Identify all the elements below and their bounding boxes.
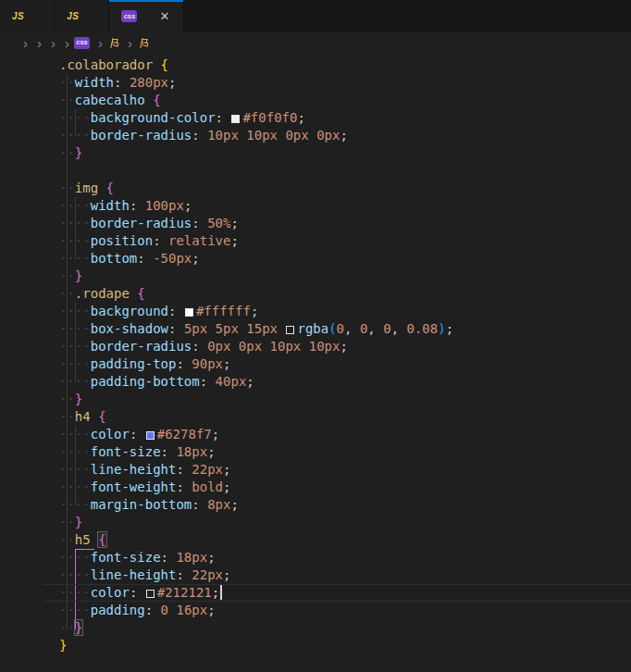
- text-cursor: [220, 585, 222, 600]
- code-line[interactable]: ····padding-top: 90px;: [0, 355, 631, 373]
- code-token: margin-bottom: [91, 497, 192, 512]
- code-line[interactable]: ····line-height: 22px;: [0, 566, 631, 584]
- code-token: :: [130, 585, 145, 600]
- code-line[interactable]: ····padding-bottom: 40px;: [0, 373, 631, 391]
- breadcrumb-item-colaborador[interactable]: [107, 37, 123, 49]
- code-line[interactable]: ····font-size: 18px;: [0, 443, 631, 461]
- code-editor[interactable]: .colaborador {··width: 280px;··cabecalho…: [0, 53, 631, 672]
- chevron-right-icon: ›: [65, 36, 69, 50]
- code-line[interactable]: ····font-weight: bold;: [0, 479, 631, 496]
- code-line[interactable]: ····color: #212121;: [0, 584, 631, 602]
- code-line-content: ····line-height: 22px;: [43, 566, 631, 584]
- code-line[interactable]: ··}: [0, 514, 631, 531]
- code-token: .rodape: [75, 286, 130, 301]
- code-line-content: ····padding: 0 16px;: [43, 602, 631, 619]
- code-token: [153, 57, 160, 72]
- whitespace-dots: ····: [59, 567, 91, 582]
- code-line[interactable]: ··.rodape {: [0, 285, 631, 303]
- whitespace-dots: ····: [59, 304, 91, 318]
- code-token: ;: [223, 462, 230, 477]
- code-token: 0: [337, 321, 344, 336]
- code-token: #f0f0f0: [242, 110, 297, 125]
- code-token: {: [98, 409, 105, 424]
- code-line[interactable]: ····border-radius: 0px 0px 10px 10px;: [0, 338, 631, 355]
- code-token: cabecalho: [75, 93, 145, 107]
- code-line[interactable]: ····line-height: 22px;: [0, 461, 631, 479]
- code-token: 0: [383, 321, 390, 336]
- whitespace-dots: ····: [59, 603, 91, 617]
- code-line[interactable]: ····box-shadow: 5px 5px 15px rgba(0, 0, …: [0, 320, 631, 338]
- code-token: }: [75, 268, 82, 283]
- whitespace-dots: ····: [59, 321, 91, 336]
- code-line-content: ····padding-top: 90px;: [43, 355, 631, 373]
- code-line-content: ····bottom: -50px;: [43, 250, 631, 268]
- chevron-right-icon: ›: [51, 36, 56, 50]
- code-line[interactable]: ····font-size: 18px;: [0, 549, 631, 566]
- whitespace-dots: ··: [59, 145, 75, 160]
- breadcrumb-item-h5[interactable]: [137, 37, 153, 49]
- close-icon[interactable]: ✕: [157, 9, 171, 23]
- code-token: line-height: [91, 462, 177, 477]
- code-token: ;: [184, 198, 192, 213]
- line-number: [0, 426, 43, 443]
- code-line[interactable]: ····background: #ffffff;: [0, 303, 631, 320]
- code-line[interactable]: ··h4 {: [0, 408, 631, 426]
- code-line[interactable]: ····margin-bottom: 8px;: [0, 496, 631, 514]
- code-line-content: ····line-height: 22px;: [43, 461, 631, 479]
- line-number: [0, 514, 43, 531]
- code-line[interactable]: ····bottom: -50px;: [0, 250, 631, 268]
- tab-styles.css[interactable]: css✕: [109, 0, 184, 32]
- code-line[interactable]: ··}: [0, 268, 631, 285]
- code-line-content: ··cabecalho {: [43, 92, 631, 109]
- code-line[interactable]: ··}: [0, 391, 631, 408]
- whitespace-dots: ··: [59, 532, 75, 547]
- code-token: ;: [230, 216, 238, 230]
- tab-index.js[interactable]: JS: [55, 0, 109, 32]
- tabbar-empty-space: [184, 0, 631, 32]
- code-line-content: ····font-weight: bold;: [43, 479, 631, 496]
- code-line[interactable]: ····position: relative;: [0, 232, 631, 250]
- breadcrumb-item-stylescss[interactable]: css: [74, 37, 93, 49]
- code-line[interactable]: ··}: [0, 144, 631, 162]
- whitespace-dots: ··: [59, 392, 75, 406]
- code-line[interactable]: ··}: [0, 619, 631, 637]
- code-line[interactable]: ····color: #6278f7;: [0, 426, 631, 443]
- code-token: #ffffff: [196, 304, 251, 318]
- line-number: [0, 144, 43, 162]
- code-line[interactable]: ····background-color: #f0f0f0;: [0, 109, 631, 127]
- code-line[interactable]: ····border-radius: 50%;: [0, 215, 631, 232]
- code-token: rgba: [297, 321, 328, 336]
- whitespace-dots: ··: [59, 515, 75, 529]
- code-line[interactable]: ··width: 280px;: [0, 74, 631, 92]
- whitespace-dots: ····: [59, 444, 91, 459]
- code-line[interactable]: [0, 162, 631, 180]
- code-line-content: ····width: 100px;: [43, 197, 631, 215]
- whitespace-dots: ····: [59, 479, 91, 494]
- code-line[interactable]: ····border-radius: 10px 10px 0px 0px;: [0, 127, 631, 144]
- whitespace-dots: ··: [59, 75, 75, 90]
- code-line[interactable]: ····width: 100px;: [0, 197, 631, 215]
- code-token: 100px: [145, 198, 184, 213]
- line-number: [0, 408, 43, 426]
- code-line-content: ····border-radius: 0px 0px 10px 10px;: [43, 338, 631, 355]
- code-line[interactable]: ··img {: [0, 180, 631, 197]
- code-token: :: [192, 216, 207, 230]
- code-line[interactable]: ··h5 {: [0, 531, 631, 549]
- line-number: [0, 285, 43, 303]
- code-line[interactable]: }: [0, 637, 631, 654]
- code-line[interactable]: [0, 654, 631, 672]
- code-line[interactable]: .colaborador {: [0, 56, 631, 74]
- code-token: 40px: [216, 374, 247, 389]
- whitespace-dots: ····: [59, 550, 91, 565]
- code-line-content: ··}: [43, 144, 631, 162]
- chevron-right-icon: ›: [23, 36, 28, 50]
- code-token: border-radius: [91, 128, 192, 143]
- color-swatch: [146, 431, 155, 440]
- tab-index.js[interactable]: JS: [0, 0, 55, 32]
- code-line[interactable]: ····padding: 0 16px;: [0, 602, 631, 619]
- code-token: :: [145, 603, 161, 617]
- code-line[interactable]: ··cabecalho {: [0, 92, 631, 109]
- code-token: color: [91, 585, 130, 600]
- code-token: padding: [91, 603, 145, 617]
- code-token: {: [137, 286, 144, 301]
